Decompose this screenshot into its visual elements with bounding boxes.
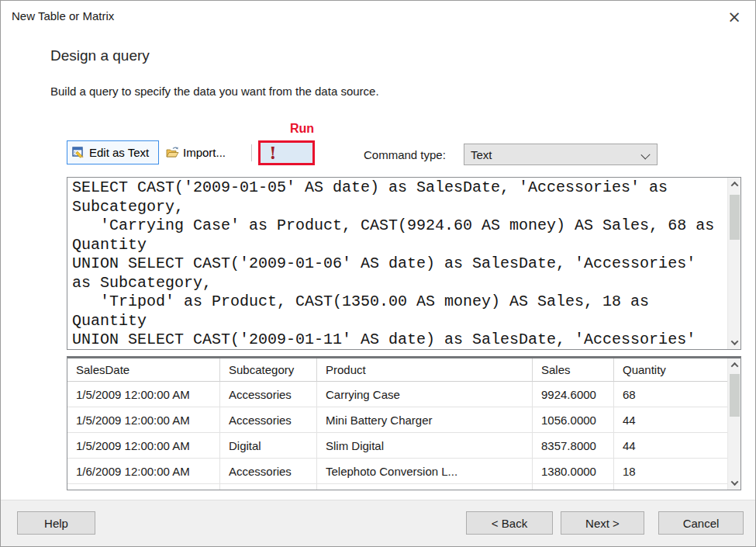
new-table-or-matrix-dialog: New Table or Matrix × Design a query Bui… [0,0,756,547]
toolbar-separator [251,144,252,161]
table-row-partial [67,484,727,490]
table-cell: 68 [614,382,727,407]
results-scrollbar-thumb[interactable] [730,374,740,417]
table-cell: 44 [614,407,727,433]
edit-as-text-button[interactable]: Edit as Text [67,140,159,164]
table-cell: 1/6/2009 12:00:00 AM [67,459,220,484]
back-button[interactable]: < Back [466,511,553,535]
column-header: Subcategory [220,358,317,382]
table-cell [220,484,317,490]
table-cell: Accessories [220,459,317,484]
table-cell: Accessories [220,407,317,433]
table-row[interactable]: 1/5/2009 12:00:00 AMAccessoriesMini Batt… [67,407,727,433]
table-row[interactable]: 1/5/2009 12:00:00 AMDigitalSlim Digital8… [67,433,727,459]
table-cell: Accessories [220,382,317,407]
table-cell: Carrying Case [317,382,533,407]
run-exclamation-icon: ! [269,144,277,161]
dialog-title: New Table or Matrix [12,9,114,23]
edit-as-text-label: Edit as Text [89,146,149,159]
table-cell: 44 [614,433,727,459]
results-scrollbar[interactable] [727,358,740,490]
edit-as-text-icon [72,146,85,159]
command-type-label: Command type: [364,148,461,161]
table-cell: Telephoto Conversion L... [317,459,533,484]
column-header: Product [317,358,533,382]
table-cell [614,484,727,490]
query-scrollbar[interactable] [727,178,740,349]
scroll-up-icon[interactable] [728,178,741,191]
chevron-down-icon [640,150,650,159]
import-folder-icon [166,146,179,159]
table-cell [533,484,614,490]
table-cell: 1380.0000 [533,459,614,484]
table-cell: Mini Battery Charger [317,407,533,433]
page-description: Build a query to specify the data you wa… [50,85,379,98]
results-header-row: SalesDateSubcategoryProductSalesQuantity [67,358,727,382]
table-cell: 1056.0000 [533,407,614,433]
column-header: SalesDate [67,358,220,382]
column-header: Quantity [614,358,727,382]
dialog-footer: Help < Back Next > Cancel [1,500,756,546]
cancel-button[interactable]: Cancel [658,511,744,535]
scroll-down-icon[interactable] [728,336,741,349]
next-button[interactable]: Next > [561,511,644,535]
table-cell: 8357.8000 [533,433,614,459]
table-cell: Digital [220,433,317,459]
command-type-value: Text [471,148,492,161]
table-cell [67,484,220,490]
run-button[interactable]: ! [258,140,315,165]
page-title: Design a query [50,47,150,64]
run-annotation-label: Run [274,122,330,136]
results-grid: SalesDateSubcategoryProductSalesQuantity… [67,358,727,490]
scroll-down-icon[interactable] [728,476,741,490]
table-cell: 9924.6000 [533,382,614,407]
scroll-up-icon[interactable] [728,358,741,372]
table-cell: Slim Digital [317,433,533,459]
table-cell: 18 [614,459,727,484]
query-editor-panel: SELECT CAST('2009-01-05' AS date) as Sal… [67,177,741,350]
column-header: Sales [533,358,614,382]
table-cell: 1/5/2009 12:00:00 AM [67,407,220,433]
table-cell: 1/5/2009 12:00:00 AM [67,433,220,459]
import-label: Import... [183,146,226,159]
close-icon[interactable]: × [721,5,747,29]
import-button[interactable]: Import... [164,141,244,164]
help-button[interactable]: Help [17,511,95,535]
command-type-dropdown[interactable]: Text [464,144,658,165]
query-text-area[interactable]: SELECT CAST('2009-01-05' AS date) as Sal… [67,178,727,349]
table-cell [317,484,533,490]
table-cell: 1/5/2009 12:00:00 AM [67,382,220,407]
query-results-panel: SalesDateSubcategoryProductSalesQuantity… [67,356,741,490]
table-row[interactable]: 1/6/2009 12:00:00 AMAccessoriesTelephoto… [67,459,727,484]
table-row[interactable]: 1/5/2009 12:00:00 AMAccessoriesCarrying … [67,382,727,407]
query-scrollbar-thumb[interactable] [730,195,740,240]
